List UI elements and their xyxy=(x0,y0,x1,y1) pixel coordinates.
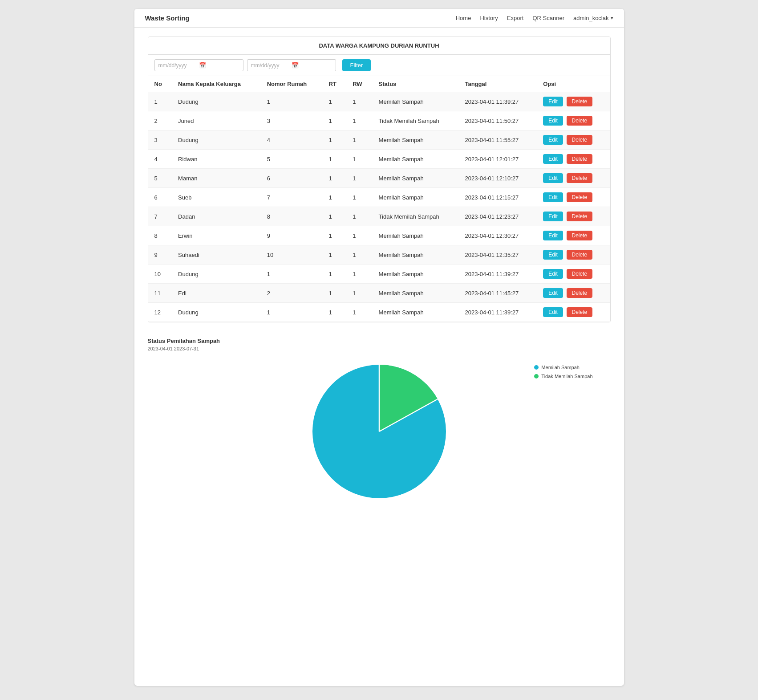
delete-button[interactable]: Delete xyxy=(567,231,593,240)
edit-button[interactable]: Edit xyxy=(543,307,563,317)
cell-no: 4 xyxy=(148,150,172,169)
cell-opsi: Edit Delete xyxy=(537,245,610,265)
edit-button[interactable]: Edit xyxy=(543,288,563,298)
cell-status: Memilah Sampah xyxy=(373,226,459,245)
cell-nomor: 8 xyxy=(261,207,323,226)
cell-rw: 1 xyxy=(346,303,372,322)
nav-qrscanner[interactable]: QR Scanner xyxy=(532,15,564,21)
cell-rt: 1 xyxy=(323,226,347,245)
delete-button[interactable]: Delete xyxy=(567,154,593,164)
table-row: 6 Sueb 7 1 1 Memilah Sampah 2023-04-01 1… xyxy=(148,188,610,207)
delete-button[interactable]: Delete xyxy=(567,307,593,317)
cell-status: Memilah Sampah xyxy=(373,169,459,188)
pie-chart xyxy=(308,360,450,503)
cell-tanggal: 2023-04-01 11:39:27 xyxy=(458,303,537,322)
delete-button[interactable]: Delete xyxy=(567,192,593,202)
cell-nomor: 4 xyxy=(261,130,323,150)
calendar-icon-from: 📅 xyxy=(199,62,239,69)
cell-opsi: Edit Delete xyxy=(537,130,610,150)
table-row: 4 Ridwan 5 1 1 Memilah Sampah 2023-04-01… xyxy=(148,150,610,169)
cell-rw: 1 xyxy=(346,188,372,207)
cell-status: Tidak Memilah Sampah xyxy=(373,111,459,130)
table-row: 10 Dudung 1 1 1 Memilah Sampah 2023-04-0… xyxy=(148,265,610,284)
cell-status: Memilah Sampah xyxy=(373,92,459,111)
edit-button[interactable]: Edit xyxy=(543,192,563,202)
cell-no: 2 xyxy=(148,111,172,130)
cell-nomor: 3 xyxy=(261,111,323,130)
edit-button[interactable]: Edit xyxy=(543,116,563,126)
admin-dropdown[interactable]: admin_koclak xyxy=(573,15,613,21)
cell-no: 8 xyxy=(148,226,172,245)
col-no: No xyxy=(148,76,172,92)
edit-button[interactable]: Edit xyxy=(543,173,563,183)
cell-tanggal: 2023-04-01 11:39:27 xyxy=(458,92,537,111)
cell-nama: Ridwan xyxy=(172,150,261,169)
cell-nama: Suhaedi xyxy=(172,245,261,265)
cell-rt: 1 xyxy=(323,111,347,130)
cell-opsi: Edit Delete xyxy=(537,207,610,226)
table-body: 1 Dudung 1 1 1 Memilah Sampah 2023-04-01… xyxy=(148,92,610,322)
delete-button[interactable]: Delete xyxy=(567,269,593,279)
cell-rt: 1 xyxy=(323,130,347,150)
edit-button[interactable]: Edit xyxy=(543,97,563,106)
delete-button[interactable]: Delete xyxy=(567,250,593,260)
cell-no: 5 xyxy=(148,169,172,188)
delete-button[interactable]: Delete xyxy=(567,135,593,145)
cell-nama: Dudung xyxy=(172,303,261,322)
edit-button[interactable]: Edit xyxy=(543,154,563,164)
col-rw: RW xyxy=(346,76,372,92)
navbar-links: Home History Export QR Scanner admin_koc… xyxy=(456,15,613,21)
cell-nomor: 1 xyxy=(261,92,323,111)
table-row: 3 Dudung 4 1 1 Memilah Sampah 2023-04-01… xyxy=(148,130,610,150)
delete-button[interactable]: Delete xyxy=(567,173,593,183)
table-header-row: No Nama Kepala Keluarga Nomor Rumah RT R… xyxy=(148,76,610,92)
delete-button[interactable]: Delete xyxy=(567,212,593,221)
cell-nomor: 7 xyxy=(261,188,323,207)
col-opsi: Opsi xyxy=(537,76,610,92)
edit-button[interactable]: Edit xyxy=(543,231,563,240)
filter-button[interactable]: Filter xyxy=(342,59,371,71)
nav-home[interactable]: Home xyxy=(456,15,471,21)
cell-rw: 1 xyxy=(346,265,372,284)
cell-status: Memilah Sampah xyxy=(373,245,459,265)
delete-button[interactable]: Delete xyxy=(567,97,593,106)
navbar: Waste Sorting Home History Export QR Sca… xyxy=(134,9,624,28)
cell-status: Memilah Sampah xyxy=(373,130,459,150)
cell-tanggal: 2023-04-01 12:35:27 xyxy=(458,245,537,265)
cell-nama: Sueb xyxy=(172,188,261,207)
delete-button[interactable]: Delete xyxy=(567,288,593,298)
cell-rw: 1 xyxy=(346,111,372,130)
table-head: No Nama Kepala Keluarga Nomor Rumah RT R… xyxy=(148,76,610,92)
cell-opsi: Edit Delete xyxy=(537,188,610,207)
cell-nomor: 2 xyxy=(261,284,323,303)
table-title: DATA WARGA KAMPUNG DURIAN RUNTUH xyxy=(148,37,610,55)
cell-nomor: 5 xyxy=(261,150,323,169)
date-input-to[interactable]: mm/dd/yyyy 📅 xyxy=(247,59,336,71)
cell-opsi: Edit Delete xyxy=(537,111,610,130)
edit-button[interactable]: Edit xyxy=(543,269,563,279)
cell-nomor: 1 xyxy=(261,265,323,284)
col-tanggal: Tanggal xyxy=(458,76,537,92)
cell-rt: 1 xyxy=(323,169,347,188)
legend-tidak: Tidak Memilah Sampah xyxy=(534,374,592,379)
cell-no: 12 xyxy=(148,303,172,322)
delete-button[interactable]: Delete xyxy=(567,116,593,126)
edit-button[interactable]: Edit xyxy=(543,212,563,221)
cell-rt: 1 xyxy=(323,245,347,265)
cell-rw: 1 xyxy=(346,207,372,226)
nav-export[interactable]: Export xyxy=(507,15,524,21)
cell-rt: 1 xyxy=(323,150,347,169)
edit-button[interactable]: Edit xyxy=(543,135,563,145)
cell-opsi: Edit Delete xyxy=(537,226,610,245)
table-card: DATA WARGA KAMPUNG DURIAN RUNTUH mm/dd/y… xyxy=(148,37,611,322)
cell-opsi: Edit Delete xyxy=(537,169,610,188)
cell-opsi: Edit Delete xyxy=(537,150,610,169)
cell-nama: Erwin xyxy=(172,226,261,245)
nav-history[interactable]: History xyxy=(480,15,498,21)
cell-status: Memilah Sampah xyxy=(373,303,459,322)
date-from-text: mm/dd/yyyy xyxy=(158,62,199,69)
edit-button[interactable]: Edit xyxy=(543,250,563,260)
cell-tanggal: 2023-04-01 12:23:27 xyxy=(458,207,537,226)
date-input-from[interactable]: mm/dd/yyyy 📅 xyxy=(154,59,243,71)
cell-tanggal: 2023-04-01 12:10:27 xyxy=(458,169,537,188)
